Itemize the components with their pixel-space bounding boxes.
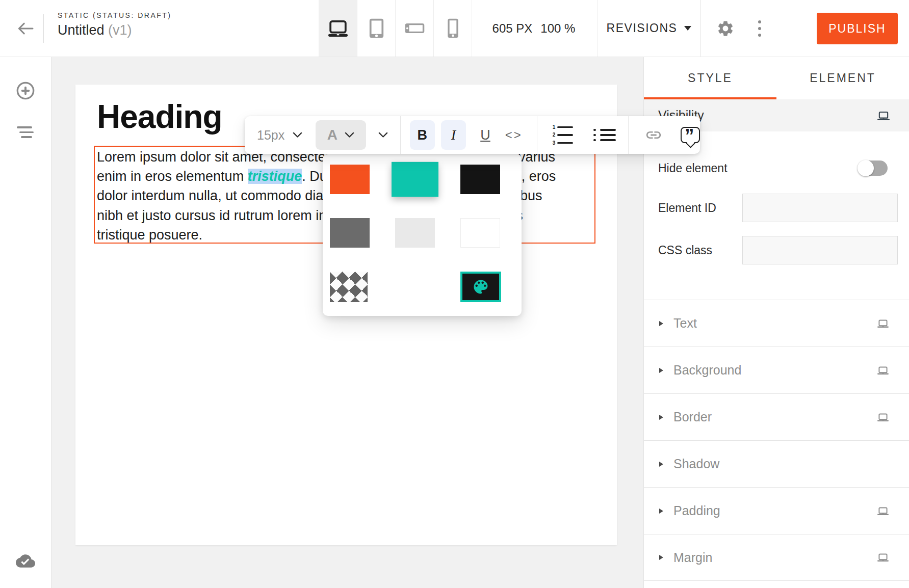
caret-right-icon (659, 321, 663, 326)
device-mobile-portrait-button[interactable] (434, 0, 472, 57)
chevron-down-icon (378, 132, 388, 138)
laptop-icon (876, 551, 890, 564)
swatch-teal[interactable] (392, 162, 438, 197)
layers-list-button[interactable] (17, 126, 34, 141)
back-arrow-icon (17, 21, 34, 36)
caret-right-icon (659, 555, 663, 560)
viewport-width: 605 PX (492, 21, 533, 36)
hide-element-toggle[interactable] (858, 161, 888, 176)
more-styles-dropdown-button[interactable] (378, 130, 388, 140)
left-toolbar-rail (0, 57, 51, 588)
toggle-knob (858, 160, 874, 176)
element-id-label: Element ID (658, 201, 742, 215)
laptop-icon (876, 411, 890, 424)
bullet-list-button[interactable] (593, 129, 616, 142)
css-class-row: CSS class (644, 236, 909, 264)
color-picker-popup (323, 154, 522, 316)
revisions-dropdown[interactable]: REVISIONS (598, 0, 701, 57)
section-margin[interactable]: Margin (644, 534, 909, 581)
kebab-icon (758, 20, 761, 23)
swatch-dark-gray[interactable] (330, 218, 370, 248)
settings-button[interactable] (713, 0, 738, 57)
saved-status-indicator (14, 551, 37, 573)
caret-down-icon (684, 26, 691, 31)
text-formatting-toolbar: 15px A B I U <> 1 2 3 (245, 116, 700, 154)
selected-text-highlight: tristique (248, 169, 302, 184)
blockquote-button[interactable] (681, 127, 700, 143)
caret-right-icon (659, 368, 663, 373)
topbar-divider (43, 14, 44, 43)
chevron-down-icon (345, 132, 354, 138)
section-border[interactable]: Border (644, 393, 909, 440)
element-id-input[interactable] (742, 194, 898, 222)
text-color-button[interactable]: A (316, 120, 366, 150)
bold-button[interactable]: B (410, 120, 435, 150)
section-text[interactable]: Text (644, 300, 909, 346)
laptop-icon (876, 317, 890, 330)
back-button[interactable] (9, 0, 42, 57)
cloud-check-icon (14, 551, 37, 571)
underline-button[interactable]: U (475, 120, 496, 150)
top-bar: STATIC (STATUS: DRAFT) Untitled (v1) (0, 0, 909, 57)
document-title-block: STATIC (STATUS: DRAFT) Untitled (v1) (58, 11, 172, 38)
style-sections-accordion: Text Background Border Shadow Padding (644, 300, 909, 581)
laptop-icon (876, 504, 890, 518)
document-status: STATIC (STATUS: DRAFT) (58, 11, 172, 19)
tablet-icon (369, 18, 384, 39)
inspector-tabs: STYLE ELEMENT (644, 57, 909, 99)
toolbar-divider (537, 116, 537, 154)
swatch-light-gray[interactable] (395, 218, 435, 248)
add-element-button[interactable] (15, 81, 36, 103)
section-shadow[interactable]: Shadow (644, 440, 909, 487)
caret-right-icon (659, 462, 663, 467)
page-builder-app: STATIC (STATUS: DRAFT) Untitled (v1) (0, 0, 909, 588)
font-size-value[interactable]: 15px (257, 128, 284, 143)
css-class-input[interactable] (742, 236, 898, 264)
revisions-label: REVISIONS (607, 21, 678, 35)
laptop-icon (326, 19, 350, 38)
page-heading[interactable]: Heading (97, 98, 222, 136)
zoom-level: 100 % (540, 21, 575, 36)
tab-element[interactable]: ELEMENT (776, 57, 909, 99)
swatch-white[interactable] (460, 218, 500, 248)
ordered-list-button[interactable]: 1 2 3 (551, 125, 573, 146)
swatch-orange[interactable] (330, 165, 370, 194)
code-button[interactable]: <> (503, 120, 525, 150)
document-version: (v1) (108, 22, 132, 38)
plus-circle-icon (15, 81, 36, 101)
laptop-icon (876, 109, 891, 123)
palette-icon (472, 278, 490, 296)
swatch-placeholder (395, 272, 435, 301)
more-options-button[interactable] (748, 0, 771, 57)
hide-element-label: Hide element (658, 162, 728, 175)
color-swatch-grid (330, 165, 522, 302)
device-desktop-button[interactable] (319, 0, 357, 57)
tab-style[interactable]: STYLE (644, 57, 776, 99)
swatch-transparent[interactable] (330, 272, 368, 302)
list-icon (17, 126, 32, 128)
font-size-dropdown-button[interactable] (293, 130, 302, 140)
section-padding[interactable]: Padding (644, 487, 909, 534)
device-tablet-button[interactable] (357, 0, 396, 57)
swatch-black[interactable] (460, 165, 500, 194)
caret-right-icon (659, 509, 663, 514)
caret-right-icon (659, 415, 663, 420)
device-preview-switcher (319, 0, 472, 57)
section-background[interactable]: Background (644, 346, 909, 393)
element-id-row: Element ID (644, 194, 909, 222)
document-title: Untitled (v1) (58, 22, 172, 38)
italic-button[interactable]: I (441, 120, 466, 150)
toolbar-divider (628, 116, 629, 154)
toolbar-divider (400, 116, 401, 154)
gear-icon (716, 19, 735, 38)
text-color-glyph: A (327, 127, 337, 143)
chevron-down-icon (293, 132, 302, 138)
publish-button[interactable]: PUBLISH (817, 13, 898, 44)
swatch-custom-color[interactable] (460, 272, 501, 302)
device-mobile-landscape-button[interactable] (396, 0, 434, 57)
css-class-label: CSS class (658, 244, 742, 257)
link-icon (645, 126, 662, 144)
mobile-portrait-icon (447, 18, 459, 39)
viewport-info: 605 PX 100 % (471, 0, 598, 57)
insert-link-button[interactable] (645, 126, 662, 144)
